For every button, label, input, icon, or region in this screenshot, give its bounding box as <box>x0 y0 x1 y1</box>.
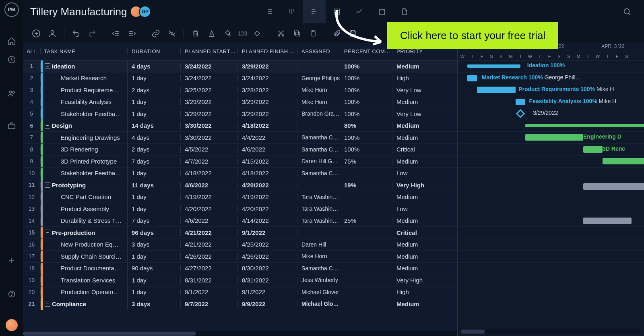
percent-cell[interactable]: 100% <box>340 75 392 81</box>
undo-icon[interactable] <box>70 27 82 39</box>
table-row[interactable]: 19Translation Services1 day8/31/20228/31… <box>23 274 457 286</box>
assigned-cell[interactable]: Daren Hill <box>297 241 340 248</box>
task-name-cell[interactable]: Product Requireme… <box>45 87 119 93</box>
gantt-bar[interactable] <box>477 87 516 93</box>
priority-cell[interactable]: Medium <box>392 158 426 165</box>
assigned-cell[interactable]: Samantha Cum <box>297 134 340 141</box>
assigned-cell[interactable]: Brandon Gray,N <box>297 110 340 117</box>
start-cell[interactable]: 4/18/2022 <box>181 170 238 176</box>
task-name-cell[interactable]: Ideation <box>52 63 75 70</box>
priority-cell[interactable]: Critical <box>392 146 426 153</box>
assigned-cell[interactable]: Mike Horn <box>297 87 340 93</box>
table-row[interactable]: 18Product Documenta…90 days4/27/20228/30… <box>23 263 457 275</box>
assigned-cell[interactable]: Jess Wimberly <box>297 277 340 283</box>
duration-cell[interactable]: 14 days <box>128 122 181 129</box>
delete-icon[interactable] <box>190 27 202 39</box>
table-row[interactable]: 12CNC Part Creation1 day4/19/20224/19/20… <box>23 191 457 203</box>
finish-cell[interactable]: 4/26/2022 <box>238 253 297 260</box>
priority-cell[interactable]: Medium <box>392 241 426 248</box>
priority-cell[interactable]: Medium <box>392 301 426 307</box>
copy-icon[interactable] <box>291 27 303 39</box>
view-calendar-icon[interactable] <box>371 0 393 23</box>
paste-icon[interactable] <box>307 27 319 39</box>
duration-cell[interactable]: 96 days <box>128 229 181 236</box>
assigned-cell[interactable]: Tara Washingto <box>297 194 340 200</box>
col-duration[interactable]: DURATION <box>128 48 181 54</box>
task-name-cell[interactable]: Feasibility Analysis <box>45 98 111 105</box>
assigned-cell[interactable]: Samantha Cum <box>297 265 340 272</box>
add-task-icon[interactable] <box>30 27 42 39</box>
priority-cell[interactable]: Medium <box>392 193 426 200</box>
task-name-cell[interactable]: 3D Rendering <box>45 146 98 153</box>
task-name-cell[interactable]: Prototyping <box>52 182 86 189</box>
task-name-cell[interactable]: Design <box>52 122 72 129</box>
start-cell[interactable]: 3/24/2022 <box>181 75 238 81</box>
finish-cell[interactable]: 4/4/2022 <box>238 134 297 141</box>
app-logo[interactable]: PM <box>4 2 19 17</box>
table-row[interactable]: 3Product Requireme…2 days3/25/20223/28/2… <box>23 84 457 96</box>
duration-cell[interactable]: 1 day <box>128 193 181 200</box>
task-name-cell[interactable]: Translation Services <box>45 277 115 284</box>
collapse-toggle-icon[interactable]: − <box>45 123 50 129</box>
view-sheet-icon[interactable] <box>326 0 348 23</box>
gantt-horizontal-scrollbar[interactable] <box>461 330 641 334</box>
finish-cell[interactable]: 3/29/2022 <box>238 110 297 117</box>
start-cell[interactable]: 4/20/2022 <box>181 205 238 212</box>
gantt-bar[interactable] <box>516 99 525 105</box>
assigned-cell[interactable]: Samantha Cum <box>297 146 340 153</box>
finish-cell[interactable]: 8/30/2022 <box>238 265 297 272</box>
start-cell[interactable]: 9/1/2022 <box>181 288 238 295</box>
add-icon[interactable] <box>6 255 17 266</box>
grid-horizontal-scrollbar[interactable] <box>23 331 457 336</box>
assigned-cell[interactable]: Mike Horn <box>297 99 340 105</box>
gantt-bar[interactable] <box>603 158 644 164</box>
assigned-cell[interactable]: Tara Washingto <box>297 218 340 224</box>
attachment-icon[interactable] <box>331 27 343 39</box>
finish-cell[interactable]: 4/18/2022 <box>238 170 297 176</box>
duration-cell[interactable]: 1 day <box>128 75 181 81</box>
duration-cell[interactable]: 1 day <box>128 288 181 295</box>
assigned-cell[interactable]: Michael Glover <box>297 301 340 307</box>
view-chart-icon[interactable] <box>348 0 371 23</box>
unlink-icon[interactable] <box>166 27 178 39</box>
task-name-cell[interactable]: Product Documenta… <box>45 265 120 272</box>
duration-cell[interactable]: 7 days <box>128 217 181 224</box>
start-cell[interactable]: 3/29/2022 <box>181 98 238 105</box>
assigned-cell[interactable]: Tara Washingto <box>297 205 340 212</box>
priority-cell[interactable]: Medium <box>392 134 426 141</box>
help-icon[interactable] <box>6 288 17 300</box>
project-members[interactable]: GP <box>133 6 151 18</box>
duration-cell[interactable]: 2 days <box>128 146 181 153</box>
col-assigned[interactable]: ASSIGNED <box>297 48 340 54</box>
percent-cell[interactable]: 80% <box>340 122 392 129</box>
finish-cell[interactable]: 3/29/2022 <box>238 98 297 105</box>
table-row[interactable]: 14Durability & Stress T…7 days4/6/20224/… <box>23 215 457 227</box>
start-cell[interactable]: 8/31/2022 <box>181 277 238 284</box>
duration-cell[interactable]: 4 days <box>128 63 181 70</box>
view-board-icon[interactable] <box>281 0 303 23</box>
table-row[interactable]: 83D Rendering2 days4/5/20224/6/2022Saman… <box>23 144 457 156</box>
outdent-icon[interactable] <box>110 27 122 39</box>
finish-cell[interactable]: 4/18/2022 <box>238 122 297 129</box>
duration-cell[interactable]: 3 days <box>128 241 181 248</box>
percent-cell[interactable]: 25% <box>340 217 392 224</box>
duration-cell[interactable]: 11 days <box>128 182 181 189</box>
start-cell[interactable]: 4/7/2022 <box>181 158 238 165</box>
start-cell[interactable]: 3/30/2022 <box>181 134 238 141</box>
assigned-cell[interactable]: Samantha Cum <box>297 170 340 176</box>
priority-cell[interactable]: Very Low <box>392 87 426 93</box>
link-icon[interactable] <box>150 27 162 39</box>
assign-user-icon[interactable] <box>46 27 58 39</box>
assigned-cell[interactable]: Daren Hill,Geor <box>297 158 340 164</box>
priority-cell[interactable]: Medium <box>392 265 426 272</box>
view-list-icon[interactable] <box>258 0 281 23</box>
finish-cell[interactable]: 4/15/2022 <box>238 158 297 165</box>
finish-cell[interactable]: 4/20/2022 <box>238 205 297 212</box>
duration-cell[interactable]: 1 day <box>128 98 181 105</box>
assigned-cell[interactable]: George Phillips <box>297 75 340 81</box>
start-cell[interactable]: 4/19/2022 <box>181 193 238 200</box>
finish-cell[interactable]: 3/29/2022 <box>238 63 297 70</box>
priority-cell[interactable]: High <box>392 288 426 295</box>
task-name-cell[interactable]: 3D Printed Prototype <box>45 158 117 165</box>
start-cell[interactable]: 4/6/2022 <box>181 182 238 189</box>
